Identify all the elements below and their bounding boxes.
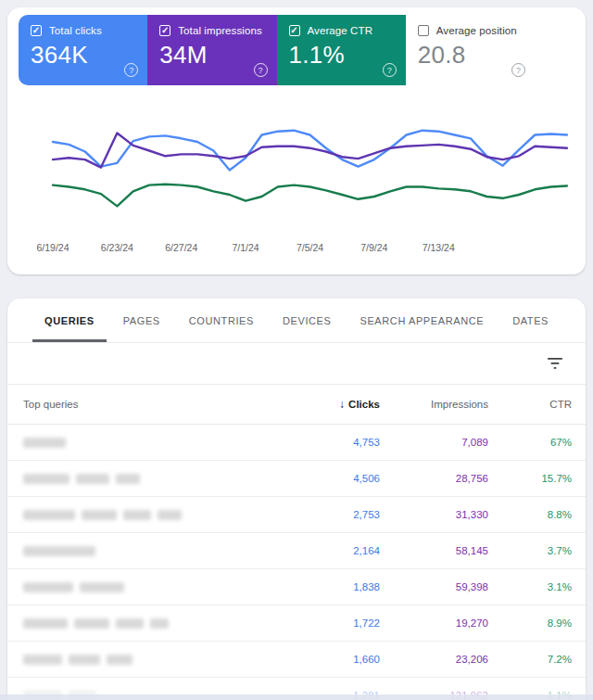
clicks-value: 2,164	[278, 545, 380, 556]
blurred-text-segment	[116, 618, 144, 629]
redacted-query-text	[23, 617, 278, 629]
blurred-text-segment	[82, 510, 117, 520]
tab-countries[interactable]: COUNTRIES	[176, 299, 267, 342]
table-row[interactable]: 4,7537,08967%	[7, 425, 586, 461]
ctr-value: 15.7%	[488, 473, 572, 484]
redacted-query-text	[23, 545, 278, 556]
table-toolbar	[7, 343, 586, 385]
impressions-line	[53, 134, 567, 168]
performance-line-chart: 6/19/246/23/246/27/247/1/247/5/247/9/247…	[7, 98, 586, 269]
metric-cards: Total clicks 364K ? Total impressions 34…	[19, 15, 535, 85]
x-axis-label: 6/23/24	[101, 242, 133, 253]
total-impressions-card[interactable]: Total impressions 34M ?	[147, 15, 276, 85]
help-icon[interactable]: ?	[511, 63, 525, 77]
blurred-text-segment	[23, 618, 68, 629]
ctr-value: 3.1%	[488, 581, 572, 592]
total-clicks-label: Total clicks	[49, 25, 102, 36]
blurred-text-segment	[123, 510, 151, 520]
impressions-value: 7,089	[380, 437, 488, 448]
x-axis-label: 7/1/24	[233, 242, 259, 253]
blurred-text-segment	[150, 618, 169, 629]
redacted-query-text	[23, 437, 278, 448]
table-row[interactable]: 2,16458,1453.7%	[7, 533, 586, 569]
average-ctr-card[interactable]: Average CTR 1.1% ?	[277, 15, 406, 85]
filter-icon[interactable]	[547, 357, 563, 370]
tab-search-appearance[interactable]: SEARCH APPEARANCE	[347, 299, 498, 342]
blurred-text-segment	[74, 618, 109, 629]
blurred-text-segment	[158, 510, 182, 520]
redacted-query-text	[23, 473, 278, 484]
table-row[interactable]: 1,66023,2067.2%	[7, 642, 586, 678]
average-position-label: Average position	[436, 25, 517, 36]
tab-dates[interactable]: DATES	[499, 299, 561, 342]
clicks-value: 4,753	[278, 437, 380, 448]
impressions-value: 121,962	[380, 690, 488, 700]
impressions-value: 28,756	[380, 473, 488, 484]
impressions-value: 23,206	[380, 654, 488, 665]
redacted-query-text	[23, 581, 278, 592]
checkbox-checked-icon[interactable]	[31, 25, 42, 36]
ctr-column-header[interactable]: CTR	[488, 399, 572, 410]
checkbox-checked-icon[interactable]	[159, 25, 170, 36]
help-icon[interactable]: ?	[254, 63, 268, 77]
average-position-card[interactable]: Average position 20.8 ?	[406, 15, 535, 85]
ctr-line	[53, 185, 567, 207]
x-axis-label: 6/19/24	[36, 242, 69, 253]
clicks-value: 2,753	[278, 509, 380, 520]
blurred-text-segment	[23, 438, 66, 448]
blurred-text-segment	[80, 582, 124, 592]
average-ctr-label: Average CTR	[308, 25, 373, 36]
ctr-value: 8.8%	[488, 509, 572, 520]
table-row[interactable]: 4,50628,75615.7%	[7, 461, 586, 497]
ctr-value: 8.9%	[488, 617, 572, 629]
clicks-line	[53, 131, 567, 171]
blurred-text-segment	[69, 691, 96, 700]
query-table-body: 4,7537,08967%4,50628,75615.7%2,75331,330…	[7, 425, 586, 700]
redacted-query-text	[23, 690, 278, 700]
impressions-value: 31,330	[380, 509, 488, 520]
performance-overview-panel: Total clicks 364K ? Total impressions 34…	[7, 7, 586, 274]
table-row[interactable]: 1,72219,2708.9%	[7, 605, 586, 642]
x-axis-label: 7/5/24	[296, 242, 323, 253]
blurred-text-segment	[116, 474, 140, 484]
table-row[interactable]: 2,75331,3308.8%	[7, 497, 586, 533]
checkbox-checked-icon[interactable]	[289, 25, 300, 36]
x-axis-label: 7/13/24	[423, 242, 455, 253]
tab-queries[interactable]: QUERIES	[32, 299, 107, 342]
help-icon[interactable]: ?	[124, 63, 138, 77]
impressions-value: 19,270	[380, 617, 488, 629]
redacted-query-text	[23, 654, 278, 665]
clicks-column-header[interactable]: ↓Clicks	[278, 398, 380, 411]
blurred-text-segment	[107, 655, 132, 665]
blurred-text-segment	[23, 655, 62, 665]
clicks-value: 4,506	[278, 473, 380, 484]
help-icon[interactable]: ?	[383, 63, 397, 77]
impressions-column-header[interactable]: Impressions	[380, 399, 488, 410]
total-impressions-label: Total impressions	[178, 25, 262, 36]
checkbox-unchecked-icon[interactable]	[418, 25, 429, 36]
impressions-value: 59,398	[380, 581, 488, 592]
table-row[interactable]: 1,83859,3983.1%	[7, 569, 586, 605]
clicks-value: 1,722	[278, 617, 380, 629]
blurred-text-segment	[23, 474, 69, 484]
tab-devices[interactable]: DEVICES	[270, 299, 345, 342]
x-axis-label: 7/9/24	[360, 242, 387, 253]
ctr-value: 1.1%	[488, 690, 572, 700]
ctr-value: 7.2%	[488, 654, 572, 665]
total-clicks-card[interactable]: Total clicks 364K ?	[19, 15, 147, 85]
ctr-value: 3.7%	[488, 545, 572, 556]
blurred-text-segment	[23, 546, 95, 556]
table-header-row: Top queries ↓Clicks Impressions CTR	[7, 385, 586, 425]
impressions-value: 58,145	[380, 545, 488, 556]
blurred-text-segment	[23, 510, 75, 520]
blurred-text-segment	[69, 655, 100, 665]
table-row[interactable]: 1,281121,9621.1%	[7, 678, 586, 700]
ctr-value: 67%	[488, 437, 572, 448]
clicks-value: 1,281	[278, 690, 380, 700]
tab-pages[interactable]: PAGES	[110, 299, 173, 342]
top-queries-column-header: Top queries	[23, 399, 278, 410]
redacted-query-text	[23, 509, 278, 520]
blurred-text-segment	[23, 582, 73, 592]
sort-descending-icon: ↓	[339, 398, 345, 411]
blurred-text-segment	[76, 474, 109, 484]
